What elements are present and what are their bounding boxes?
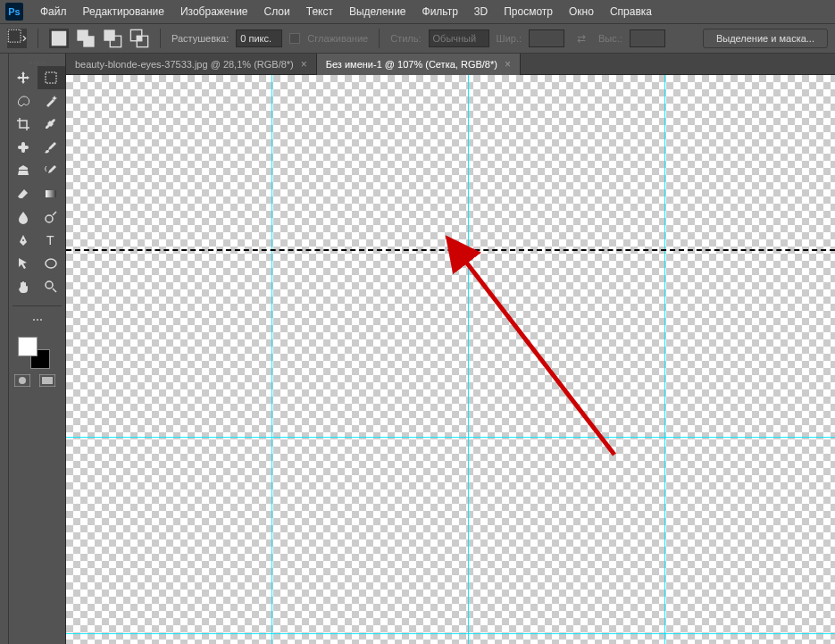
guide-vertical[interactable] <box>271 75 272 644</box>
quickmask-icon[interactable] <box>14 374 30 387</box>
svg-rect-21 <box>42 377 53 384</box>
feather-label: Растушевка: <box>171 33 229 44</box>
history-brush-tool[interactable] <box>38 159 66 182</box>
svg-point-17 <box>46 281 53 289</box>
eyedropper-tool[interactable] <box>38 113 66 136</box>
gradient-tool[interactable] <box>38 182 66 205</box>
svg-point-13 <box>46 215 53 222</box>
brush-tool[interactable] <box>38 136 66 159</box>
svg-line-22 <box>462 256 614 455</box>
menu-help[interactable]: Справка <box>602 2 660 21</box>
hand-tool[interactable] <box>9 275 38 298</box>
menu-layers[interactable]: Слои <box>256 2 298 21</box>
selection-marquee <box>66 249 835 251</box>
color-swatches[interactable] <box>9 331 65 371</box>
menu-select[interactable]: Выделение <box>341 2 414 21</box>
svg-point-16 <box>46 259 56 268</box>
menu-text[interactable]: Текст <box>298 2 341 21</box>
document-tab[interactable]: beauty-blonde-eyes-37533.jpg @ 28,1% (RG… <box>66 54 317 75</box>
zoom-tool[interactable] <box>38 275 66 298</box>
svg-rect-9 <box>46 72 56 83</box>
dodge-tool[interactable] <box>38 205 66 229</box>
feather-input[interactable] <box>236 29 282 47</box>
foreground-color[interactable] <box>18 337 38 356</box>
svg-rect-11 <box>21 142 25 153</box>
lasso-tool[interactable] <box>9 89 38 113</box>
menu-image[interactable]: Изображение <box>172 2 256 21</box>
document-area: beauty-blonde-eyes-37533.jpg @ 28,1% (RG… <box>66 54 835 644</box>
svg-point-14 <box>22 239 24 241</box>
swap-dimensions-icon: ⇄ <box>572 29 591 48</box>
antialias-checkbox <box>289 33 300 44</box>
pen-tool[interactable] <box>9 229 38 252</box>
tool-preset-dropdown[interactable] <box>7 29 27 48</box>
blur-tool[interactable] <box>9 205 38 229</box>
guide-vertical[interactable] <box>664 75 665 644</box>
app-logo: Ps <box>5 3 23 21</box>
height-label: Выс.: <box>598 33 622 44</box>
crop-tool[interactable] <box>9 113 38 136</box>
style-select[interactable] <box>429 29 489 47</box>
style-label: Стиль: <box>390 33 421 44</box>
path-selection-tool[interactable] <box>9 252 38 275</box>
menu-edit[interactable]: Редактирование <box>75 2 172 21</box>
move-tool[interactable] <box>9 66 38 89</box>
edit-toolbar-button[interactable]: ⋯ <box>9 308 65 331</box>
width-label: Шир.: <box>497 33 522 44</box>
document-tab-strip: beauty-blonde-eyes-37533.jpg @ 28,1% (RG… <box>66 54 835 75</box>
options-bar: Растушевка: Сглаживание Стиль: Шир.: ⇄ В… <box>0 23 835 54</box>
eraser-tool[interactable] <box>9 182 38 205</box>
menu-filter[interactable]: Фильтр <box>414 2 466 21</box>
document-tab-label: Без имени-1 @ 107% (Сетка, RGB/8*) <box>326 59 497 70</box>
document-tab-label: beauty-blonde-eyes-37533.jpg @ 28,1% (RG… <box>75 59 294 70</box>
panel-dock-left[interactable] <box>0 54 9 644</box>
menu-window[interactable]: Окно <box>561 2 602 21</box>
document-tab[interactable]: Без имени-1 @ 107% (Сетка, RGB/8*) × <box>317 54 521 75</box>
guide-vertical[interactable] <box>468 75 469 644</box>
svg-rect-1 <box>52 31 67 46</box>
svg-rect-3 <box>83 36 94 46</box>
close-icon[interactable]: × <box>505 58 511 71</box>
select-and-mask-button[interactable]: Выделение и маска... <box>703 29 828 48</box>
shape-tool[interactable] <box>38 252 66 275</box>
menu-3d[interactable]: 3D <box>466 2 496 21</box>
svg-point-19 <box>19 377 26 384</box>
height-input <box>630 29 665 47</box>
magic-wand-tool[interactable] <box>38 89 66 113</box>
clone-stamp-tool[interactable] <box>9 159 38 182</box>
toolbar: T ⋯ <box>9 54 66 644</box>
menu-bar: Ps Файл Редактирование Изображение Слои … <box>0 0 835 23</box>
width-input <box>529 29 564 47</box>
menu-view[interactable]: Просмотр <box>496 2 561 21</box>
spot-healing-tool[interactable] <box>9 136 38 159</box>
toolbar-grip[interactable] <box>9 59 65 66</box>
guide-horizontal[interactable] <box>66 437 835 438</box>
selection-new-icon[interactable] <box>49 29 69 48</box>
svg-rect-0 <box>8 29 21 42</box>
annotation-arrow <box>66 75 835 644</box>
menu-file[interactable]: Файл <box>32 2 75 21</box>
svg-text:T: T <box>46 233 54 247</box>
type-tool[interactable]: T <box>38 229 66 252</box>
antialias-label: Сглаживание <box>307 33 368 44</box>
selection-add-icon[interactable] <box>76 29 96 48</box>
guide-horizontal[interactable] <box>66 633 835 634</box>
close-icon[interactable]: × <box>301 58 307 71</box>
svg-rect-12 <box>46 190 56 197</box>
canvas[interactable] <box>66 75 835 644</box>
selection-subtract-icon[interactable] <box>103 29 122 48</box>
svg-rect-8 <box>137 36 142 41</box>
selection-intersect-icon[interactable] <box>129 29 149 48</box>
rectangular-marquee-tool[interactable] <box>38 66 66 89</box>
screenmode-icon[interactable] <box>39 374 55 387</box>
